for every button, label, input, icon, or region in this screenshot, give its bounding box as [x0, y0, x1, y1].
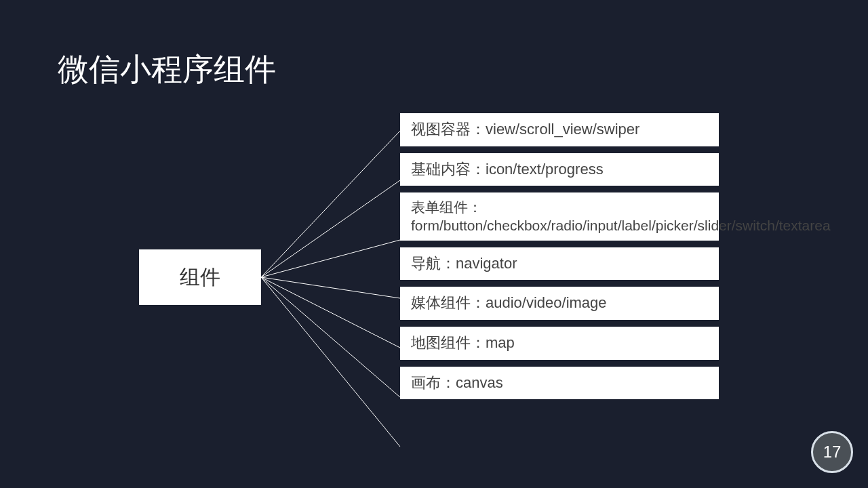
svg-line-6 — [261, 277, 400, 447]
svg-line-1 — [261, 180, 400, 277]
diagram-item: 画布：canvas — [400, 367, 719, 400]
svg-line-3 — [261, 277, 400, 298]
diagram-items: 视图容器：view/scroll_view/swiper 基础内容：icon/t… — [400, 113, 719, 399]
diagram-item: 表单组件：form/button/checkbox/radio/input/la… — [400, 192, 719, 241]
diagram-item: 基础内容：icon/text/progress — [400, 153, 719, 186]
svg-line-2 — [261, 240, 400, 277]
diagram-item: 地图组件：map — [400, 327, 719, 360]
diagram-item: 视图容器：view/scroll_view/swiper — [400, 113, 719, 146]
svg-line-4 — [261, 277, 400, 348]
diagram-root: 组件 — [139, 249, 261, 305]
svg-line-0 — [261, 131, 400, 277]
slide-title: 微信小程序组件 — [58, 49, 276, 91]
diagram-item: 导航：navigator — [400, 247, 719, 281]
svg-line-5 — [261, 277, 400, 397]
diagram-item: 媒体组件：audio/video/image — [400, 287, 719, 320]
page-number-badge: 17 — [811, 431, 853, 473]
